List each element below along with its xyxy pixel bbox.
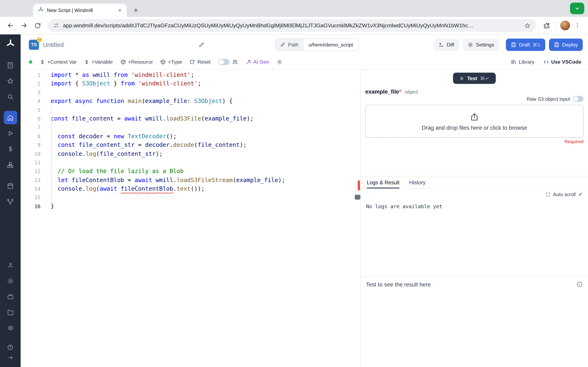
code-line[interactable] (51, 158, 360, 167)
library-button[interactable]: Library (511, 59, 534, 65)
code-line[interactable]: console.log(await fileContentBlob.text()… (51, 185, 360, 193)
header-actions: Diff Settings Draft ⌘S Deploy (433, 38, 583, 51)
code-line[interactable]: const file_content_str = decoder.decode(… (51, 141, 360, 150)
code-area[interactable]: import * as wmill from 'windmill-client'… (51, 70, 360, 367)
sidebar-item-settings[interactable] (3, 274, 17, 287)
sidebar-item-search[interactable] (3, 90, 17, 103)
new-tab-button[interactable] (130, 5, 141, 15)
site-info-icon[interactable] (53, 22, 59, 28)
editor-settings-gear-icon[interactable] (277, 59, 282, 65)
browser-tab[interactable]: New Script | Windmill (33, 4, 127, 17)
path-button[interactable]: Path (276, 39, 303, 50)
line-number: 7 (21, 123, 51, 132)
line-number: 8 (21, 132, 51, 141)
code-line[interactable] (51, 123, 360, 132)
code-line[interactable] (51, 106, 360, 115)
code-editor[interactable]: 12345678910111213141516 import * as wmil… (21, 70, 361, 367)
reset-label: Reset (198, 59, 211, 65)
add-type-button[interactable]: +Type (160, 59, 182, 65)
right-panel: Test ⌘↵ example_file * object Raw S3 obj… (361, 70, 588, 367)
code-line[interactable]: const file_content = await wmill.loadS3F… (51, 115, 360, 123)
green-dropdown-button[interactable] (570, 3, 584, 14)
raw-s3-toggle[interactable] (573, 96, 584, 102)
code-line[interactable]: } (51, 202, 360, 211)
deploy-button[interactable]: Deploy (549, 38, 583, 51)
sidebar-item-audit-logs[interactable] (3, 321, 17, 335)
auto-scroll-checkmark-icon[interactable]: ✓ (579, 192, 583, 197)
auto-scroll-label[interactable]: Auto scroll (553, 192, 576, 197)
file-dropzone[interactable]: Drag and drop files here or click to bro… (365, 105, 584, 138)
path-group[interactable]: Path u/henri/demo_script (275, 38, 359, 51)
sidebar-item-resources[interactable] (3, 158, 17, 171)
profile-avatar[interactable] (560, 21, 570, 30)
url-bar[interactable]: app.windmill.dev/scripts/add#JTdCJTIyaGF… (48, 19, 536, 32)
auto-scroll-row: Auto scroll ✓ (361, 189, 588, 197)
sidebar-item-workers[interactable] (3, 290, 17, 303)
line-number: 3 (21, 88, 51, 97)
path-value[interactable]: u/henri/demo_script (303, 39, 358, 50)
result-placeholder: Test to see the result here (366, 281, 431, 287)
draft-button[interactable]: Draft ⌘S (506, 38, 545, 51)
settings-button[interactable]: Settings (463, 38, 499, 51)
expand-icon[interactable] (545, 192, 550, 197)
ai-gen-button[interactable]: AI Gen (246, 59, 269, 65)
sidebar-item-schedules[interactable] (3, 179, 17, 192)
code-line[interactable]: console.log(file_content_str); (51, 150, 360, 158)
test-shortcut: ⌘↵ (480, 75, 490, 81)
sidebar-item-flows[interactable] (3, 195, 17, 208)
collab-toggle[interactable] (218, 59, 229, 65)
add-context-var-button[interactable]: +Context Var (40, 59, 77, 65)
bookmark-star-icon[interactable] (524, 22, 531, 29)
tab-logs-result[interactable]: Logs & Result (367, 176, 399, 188)
sidebar-item-favorites[interactable] (3, 74, 17, 88)
use-vscode-label: Use VSCode (551, 59, 581, 65)
use-vscode-button[interactable]: Use VSCode (543, 59, 581, 65)
tab-history[interactable]: History (409, 176, 425, 188)
code-line[interactable] (51, 88, 360, 97)
add-resource-button[interactable]: +Resource (120, 59, 153, 65)
diff-label: Diff (447, 42, 454, 48)
windmill-logo-icon[interactable] (6, 39, 15, 49)
add-variable-button[interactable]: +Variable (84, 59, 113, 65)
code-line[interactable]: const decoder = new TextDecoder(); (51, 132, 360, 141)
info-icon[interactable] (576, 281, 583, 287)
library-label: Library (519, 59, 534, 65)
sidebar-item-folders[interactable] (3, 306, 17, 319)
sidebar-item-help[interactable] (5, 342, 16, 352)
back-icon[interactable] (4, 20, 17, 32)
add-type-label: +Type (168, 59, 182, 65)
result-section: Test to see the result here (361, 276, 588, 367)
code-line[interactable]: // Or load the file lazily as a Blob (51, 167, 360, 176)
emoji-sticker-icon (37, 37, 42, 42)
tab-close-icon[interactable] (116, 7, 123, 14)
sidebar-item-variables[interactable] (3, 142, 17, 156)
sidebar-item-home[interactable] (3, 111, 17, 124)
sidebar-item-user[interactable] (3, 258, 17, 272)
diff-button[interactable]: Diff (433, 38, 459, 51)
edit-title-pencil-icon[interactable] (199, 42, 205, 48)
path-label: Path (288, 42, 298, 48)
screen: New Script | Windmill app.windmill.dev/s… (0, 0, 588, 367)
add-context-var-label: +Context Var (47, 59, 77, 65)
editor-toolbar: +Context Var +Variable +Resource +Type R… (21, 55, 588, 69)
sidebar-item-runs[interactable] (3, 127, 17, 140)
code-line[interactable] (51, 193, 360, 202)
main-column: TS Untitled Path u/henri/demo_script (21, 34, 588, 367)
sidebar-collapse-arrow-icon[interactable] (5, 353, 16, 363)
typescript-badge[interactable]: TS (29, 40, 39, 50)
line-number: 13 (21, 176, 51, 185)
sidebar-item-apps[interactable] (3, 58, 17, 72)
code-line[interactable]: import { S3Object } from 'windmill-clien… (51, 80, 360, 88)
test-button[interactable]: Test ⌘↵ (453, 73, 496, 84)
reload-icon[interactable] (31, 20, 43, 32)
forward-icon[interactable] (18, 20, 30, 32)
script-title-input[interactable]: Untitled (43, 41, 195, 48)
extensions-puzzle-icon[interactable] (540, 20, 553, 32)
menu-dots-icon[interactable] (571, 20, 584, 32)
code-line[interactable]: let fileContentBlob = await wmill.loadS3… (51, 176, 360, 185)
code-line[interactable]: export async function main(example_file:… (51, 97, 360, 106)
indent-guide (52, 106, 52, 203)
reset-button[interactable]: Reset (190, 59, 210, 65)
overview-cursor-marker (355, 195, 361, 200)
code-line[interactable]: import * as wmill from 'windmill-client'… (51, 71, 360, 80)
